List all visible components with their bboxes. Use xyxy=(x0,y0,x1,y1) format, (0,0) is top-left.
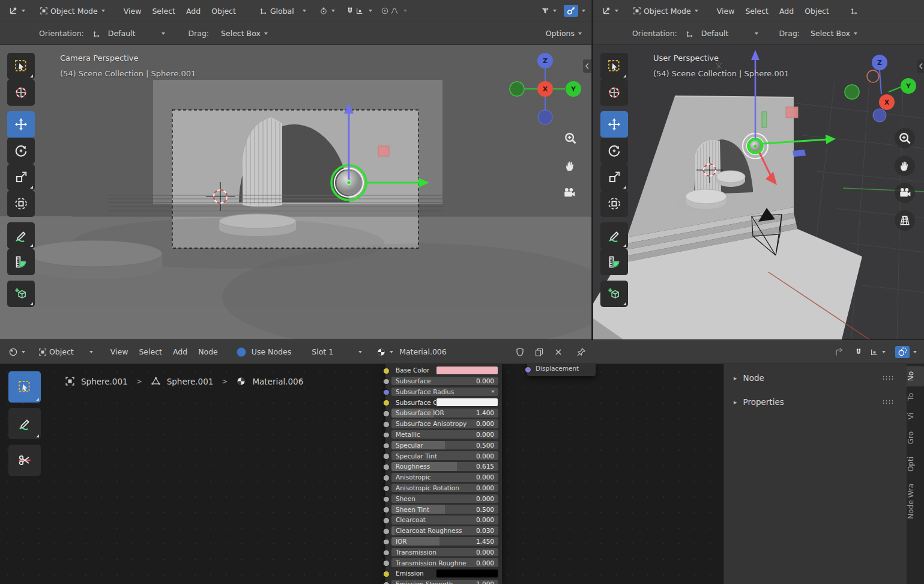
node-socket-icon[interactable] xyxy=(383,496,390,503)
panel-section-node[interactable]: ▸ Node xyxy=(724,368,907,388)
node-socket-row[interactable]: Anisotropic Rotation 0.000 xyxy=(391,484,498,493)
proportional-icon[interactable] xyxy=(381,7,389,15)
overlays-dropdown-chevron[interactable] xyxy=(913,351,917,353)
editor-type-button[interactable] xyxy=(599,5,621,17)
principled-bsdf-node[interactable]: Base Color Subsurface 0.000 Subsurface R… xyxy=(385,364,502,584)
light-bar[interactable] xyxy=(762,112,767,127)
tool-cursor[interactable] xyxy=(7,79,35,106)
node-socket-row[interactable]: Subsurface Anisotropy 0.000 xyxy=(391,419,498,428)
tool-annotate[interactable] xyxy=(7,222,35,249)
node-socket-row[interactable]: Subsurface Radius xyxy=(391,388,498,397)
sidebar-tab-no[interactable]: No xyxy=(907,366,924,386)
tool-move[interactable] xyxy=(7,111,35,138)
tool-cut-links[interactable] xyxy=(8,445,41,476)
tool-rotate[interactable] xyxy=(7,138,35,164)
node-socket-icon[interactable] xyxy=(383,389,390,396)
use-nodes-toggle[interactable]: Use Nodes xyxy=(237,347,291,357)
cylinder-platform-small[interactable] xyxy=(219,214,296,236)
sidebar-tab-vi[interactable]: Vi xyxy=(907,407,924,425)
slot-dropdown[interactable]: Slot 1 xyxy=(309,346,364,357)
proportional-edit-group[interactable] xyxy=(381,7,407,15)
duplicate-material-button[interactable] xyxy=(532,346,546,358)
node-socket-row[interactable]: Emission Strength 1.000 xyxy=(391,580,498,584)
node-socket-row[interactable]: Clearcoat Roughness 0.030 xyxy=(391,526,498,535)
tool-cursor[interactable] xyxy=(600,79,628,106)
tool-measure[interactable] xyxy=(600,249,628,275)
tool-select-box[interactable] xyxy=(600,53,628,79)
sidebar-tab-to[interactable]: To xyxy=(907,388,924,406)
node-socket-row[interactable]: Base Color xyxy=(391,366,498,375)
breadcrumb-mesh[interactable]: Sphere.001 xyxy=(167,377,214,386)
zoom-button[interactable] xyxy=(895,128,915,148)
filter-visibility-button[interactable] xyxy=(539,5,559,16)
node-socket-icon[interactable] xyxy=(383,571,390,577)
sidebar-tab-opti[interactable]: Opti xyxy=(907,451,924,477)
node-socket-icon[interactable] xyxy=(383,421,390,428)
node-socket-row[interactable]: Metallic 0.000 xyxy=(391,430,498,439)
pan-button[interactable] xyxy=(560,156,581,176)
curtain[interactable] xyxy=(695,140,721,193)
overlays-button[interactable] xyxy=(895,346,910,358)
node-socket-icon[interactable] xyxy=(383,453,390,460)
options-dropdown[interactable]: Options xyxy=(543,28,584,39)
editor-type-button[interactable] xyxy=(6,346,28,358)
menu-add[interactable]: Add xyxy=(181,7,206,16)
panel-grip-icon[interactable] xyxy=(882,376,894,381)
tool-add-cube[interactable] xyxy=(7,281,35,307)
node-socket-row[interactable]: Subsurface 0.000 xyxy=(391,377,498,386)
node-socket-icon[interactable] xyxy=(383,506,390,513)
tool-move[interactable] xyxy=(600,111,628,138)
mode-selector[interactable]: Object Mode xyxy=(37,5,107,17)
tool-transform[interactable] xyxy=(7,190,35,217)
node-socket-icon[interactable] xyxy=(383,464,390,470)
node-socket-row[interactable]: Transmission 0.000 xyxy=(391,548,498,557)
tool-annotate[interactable] xyxy=(8,408,41,439)
node-socket-icon[interactable] xyxy=(383,443,390,449)
panel-grip-icon[interactable] xyxy=(882,400,894,405)
snap-target-button[interactable] xyxy=(868,347,888,357)
node-socket-row[interactable]: Clearcoat 0.000 xyxy=(391,516,498,525)
material-browse-button[interactable] xyxy=(374,346,396,358)
transform-orientation[interactable] xyxy=(848,5,861,16)
sidebar-collapse-arrow[interactable] xyxy=(583,59,591,73)
menu-view[interactable]: View xyxy=(118,7,147,16)
node-socket-row[interactable]: Subsurface IOR 1.400 xyxy=(391,409,498,418)
fake-user-button[interactable] xyxy=(513,346,527,358)
viewport-left-canvas[interactable]: Z Y X Camera Perspective (54) Scene Coll… xyxy=(0,45,591,339)
node-socket-row[interactable]: Anisotropic 0.000 xyxy=(391,473,498,482)
go-parent-node-tree-button[interactable] xyxy=(832,346,846,358)
node-socket-icon[interactable] xyxy=(383,560,390,567)
tool-scale[interactable] xyxy=(600,164,628,190)
disc-platform-b[interactable] xyxy=(716,171,745,187)
magnet-icon[interactable] xyxy=(346,7,354,15)
node-socket-row[interactable]: Sheen 0.000 xyxy=(391,494,498,503)
nav-axis-neg-y[interactable] xyxy=(510,82,524,96)
show-gizmo-button[interactable] xyxy=(564,5,578,17)
node-socket-icon[interactable] xyxy=(383,550,390,556)
sidebar-tab-gro[interactable]: Gro xyxy=(907,426,924,449)
menu-add[interactable]: Add xyxy=(168,347,193,356)
tool-measure[interactable] xyxy=(7,249,35,275)
pan-button[interactable] xyxy=(895,156,915,176)
menu-object[interactable]: Object xyxy=(206,7,241,16)
node-socket-icon[interactable] xyxy=(383,400,390,406)
node-socket-row[interactable]: Sheen Tint 0.500 xyxy=(391,505,498,514)
shader-type-selector[interactable]: Object xyxy=(36,346,95,357)
menu-object[interactable]: Object xyxy=(799,7,835,16)
color-swatch[interactable] xyxy=(436,366,498,375)
color-swatch[interactable] xyxy=(436,569,498,578)
node-socket-icon[interactable] xyxy=(383,582,390,584)
breadcrumb-material[interactable]: Material.006 xyxy=(252,377,303,386)
snap-to-icon[interactable] xyxy=(355,7,364,15)
breadcrumb-object[interactable]: Sphere.001 xyxy=(81,377,128,386)
node-socket-row[interactable]: Transmission Roughness 0.000 xyxy=(391,558,498,567)
area-light[interactable] xyxy=(378,146,389,156)
color-swatch[interactable] xyxy=(436,398,498,407)
node-socket-icon[interactable] xyxy=(383,528,390,535)
sidebar-tab-node-wra[interactable]: Node Wra xyxy=(907,478,924,525)
tool-transform[interactable] xyxy=(600,190,628,217)
node-socket-icon[interactable] xyxy=(383,432,390,439)
nav-axis-neg-z[interactable] xyxy=(538,110,552,124)
nav-axis-neg-z[interactable] xyxy=(873,109,886,122)
tool-select-box[interactable] xyxy=(7,53,35,79)
